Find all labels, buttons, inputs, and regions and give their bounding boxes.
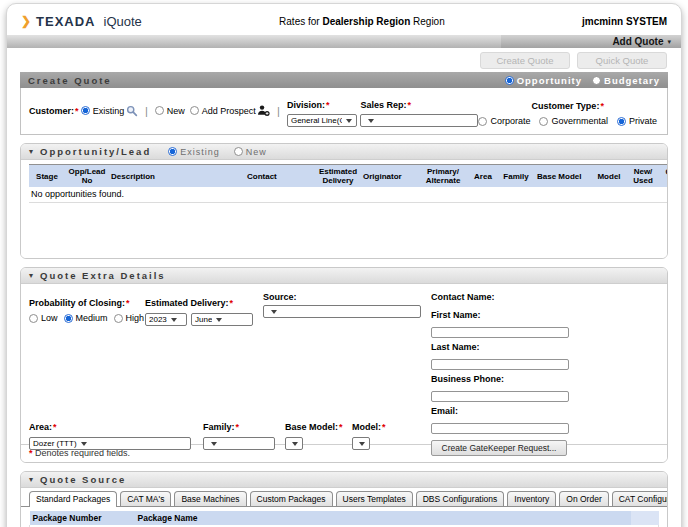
last-name-label: Last Name: (431, 342, 581, 352)
first-name-field[interactable] (431, 327, 569, 338)
page-content: Create Quote Opportunity Budgetary Custo… (7, 72, 681, 527)
tab-custom-packages[interactable]: Custom Packages (250, 491, 333, 506)
customer-row: Customer:* Existing | New (20, 88, 668, 135)
customer-type-field: Customer Type:* Corporate Governmental (478, 95, 659, 126)
delivery-month-select[interactable]: June (191, 313, 253, 326)
email-field[interactable] (431, 423, 569, 434)
table-header-row: Stage Opp/Lead No Description Contact Es… (29, 165, 668, 188)
create-quote-button[interactable]: Create Quote (480, 52, 570, 69)
probability-medium-radio[interactable]: Medium (64, 313, 108, 323)
add-quote-menu[interactable]: Add Quote ▾ (501, 35, 681, 48)
opportunity-lead-header[interactable]: ▾ Opportunity/Lead Existing New (21, 144, 667, 160)
radio-icon (617, 117, 626, 126)
quote-source-header[interactable]: ▾ Quote Source (21, 472, 667, 488)
customer-search-icon[interactable] (126, 105, 138, 117)
column-header: Base Model (535, 165, 591, 188)
division-select[interactable]: General Line(G) (287, 114, 357, 127)
app-header: ❯ TEXADA iQuote Rates for Dealership Reg… (7, 4, 681, 35)
source-field: Source: (263, 292, 421, 318)
customer-existing-radio[interactable]: Existing (81, 106, 125, 116)
create-gatekeeper-request-button[interactable]: Create GateKeeper Request... (431, 440, 567, 456)
search-icon (126, 105, 138, 117)
column-header: Primary/ Alternate (417, 165, 469, 188)
packages-table-area: Package Number Package Name There are no… (21, 507, 667, 527)
radio-icon (168, 147, 177, 156)
logo-chevron-icon: ❯ (21, 15, 31, 27)
radio-icon (64, 314, 73, 323)
delivery-year-select[interactable]: 2023 (145, 313, 187, 326)
opportunity-new-radio[interactable]: New (234, 147, 267, 157)
radio-icon (29, 314, 38, 323)
separator: | (145, 105, 148, 117)
quote-source-section: ▾ Quote Source Standard Packages CAT MA'… (20, 471, 668, 527)
logged-in-user: jmcminn SYSTEM (582, 16, 667, 27)
column-header: New/ Used (627, 165, 659, 188)
person-add-icon (257, 104, 270, 117)
add-prospect-person-icon[interactable] (257, 104, 270, 117)
probability-field: Probability of Closing:* Low Medium H (29, 292, 144, 323)
delivery-year-value: 2023 (149, 315, 167, 324)
last-name-field[interactable] (431, 359, 569, 370)
division-label: Division: (287, 100, 325, 110)
quote-extra-details-body: Probability of Closing:* Low Medium H (21, 284, 667, 444)
model-select[interactable] (352, 437, 370, 450)
source-select[interactable] (263, 305, 421, 318)
required-marker: * (53, 422, 57, 432)
customer-new-radio[interactable]: New (155, 106, 185, 116)
quick-quote-button[interactable]: Quick Quote (577, 52, 667, 69)
budgetary-radio[interactable]: Budgetary (592, 75, 660, 86)
radio-label: Existing (180, 147, 220, 157)
radio-label: Private (629, 116, 657, 126)
tab-inventory[interactable]: Inventory (507, 491, 556, 506)
tab-cat-configurator[interactable]: CAT Configurator (612, 491, 668, 506)
base-model-field: Base Model:* (285, 416, 343, 450)
sales-rep-select[interactable] (360, 114, 478, 127)
tab-dbs-configurations[interactable]: DBS Configurations (416, 491, 505, 506)
quote-mode-options: Opportunity Budgetary (505, 75, 660, 86)
delivery-month-value: June (195, 315, 212, 324)
column-header: Family (497, 165, 535, 188)
customer-type-private-radio[interactable]: Private (617, 116, 657, 126)
area-select[interactable]: Dozer (TTT) (29, 437, 191, 450)
family-select[interactable] (203, 437, 275, 450)
chevron-down-icon (211, 442, 217, 446)
create-quote-section: Create Quote Opportunity Budgetary Custo… (20, 72, 668, 135)
model-label: Model: (352, 422, 381, 432)
column-header: Stage (29, 165, 65, 188)
collapse-icon[interactable]: ▾ (29, 272, 33, 280)
required-marker: * (339, 422, 343, 432)
quote-extra-details-header[interactable]: ▾ Quote Extra Details (21, 268, 667, 284)
sales-rep-field: Sales Rep:* (360, 94, 478, 127)
tab-cat-mas[interactable]: CAT MA's (120, 491, 171, 506)
collapse-icon[interactable]: ▾ (29, 148, 33, 156)
base-model-select[interactable] (285, 437, 303, 450)
customer-label: Customer: (29, 106, 74, 116)
tab-on-order[interactable]: On Order (559, 491, 608, 506)
add-prospect-radio[interactable]: Add Prospect (190, 106, 256, 116)
radio-icon (81, 106, 90, 115)
customer-type-corporate-radio[interactable]: Corporate (478, 116, 530, 126)
column-header: Estimated Delivery (315, 165, 361, 188)
opportunity-existing-radio[interactable]: Existing (168, 147, 220, 157)
probability-high-radio[interactable]: High (114, 313, 145, 323)
add-quote-menu-label: Add Quote (612, 36, 663, 47)
opportunity-radio[interactable]: Opportunity (505, 75, 582, 86)
chevron-down-icon (271, 310, 277, 314)
radio-icon (505, 76, 514, 85)
empty-row: No opportunities found. (29, 187, 668, 203)
radio-label: Add Prospect (202, 106, 256, 116)
column-header: Opp/Lead No (65, 165, 109, 188)
tab-base-machines[interactable]: Base Machines (174, 491, 246, 506)
customer-type-label: Customer Type: (532, 101, 600, 111)
tab-standard-packages[interactable]: Standard Packages (29, 491, 117, 507)
quote-source-title: Quote Source (40, 474, 126, 485)
rates-suffix: Region (413, 16, 445, 27)
business-phone-field[interactable] (431, 391, 569, 402)
tab-users-templates[interactable]: Users Templates (336, 491, 413, 506)
collapse-icon[interactable]: ▾ (29, 476, 33, 484)
probability-low-radio[interactable]: Low (29, 313, 58, 323)
customer-type-governmental-radio[interactable]: Governmental (539, 116, 608, 126)
business-phone-label: Business Phone: (431, 374, 581, 384)
radio-icon (478, 117, 487, 126)
opportunity-filters: Existing New (168, 147, 267, 157)
